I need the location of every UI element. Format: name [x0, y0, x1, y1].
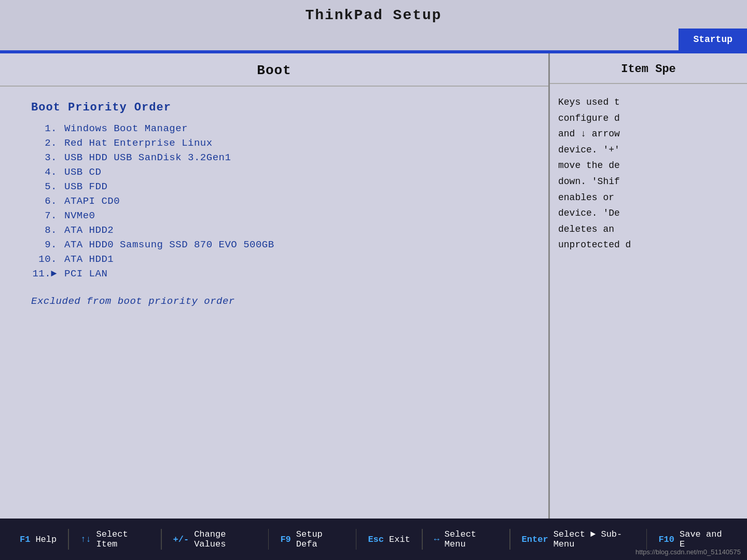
right-panel: Item Spe Keys used tconfigure dand ↓ arr…	[550, 53, 747, 519]
main-content: Boot Boot Priority Order 1.Windows Boot …	[0, 53, 747, 519]
key-f9-desc: Setup Defa	[296, 529, 344, 549]
excluded-section: Excluded from boot priority order	[31, 296, 528, 307]
spec-line: device. 'De	[558, 205, 739, 221]
spec-line: Keys used t	[558, 94, 739, 110]
key-arrows-item: ↑↓ Select Item	[71, 529, 159, 549]
spec-line: device. '+'	[558, 142, 739, 158]
key-esc-label: Esc	[368, 535, 384, 544]
left-panel: Boot Boot Priority Order 1.Windows Boot …	[0, 53, 550, 519]
spec-line: unprotected d	[558, 237, 739, 253]
tab-startup[interactable]: Startup	[679, 29, 747, 50]
divider7	[646, 529, 647, 550]
arrows-updown-icon: ↑↓	[80, 535, 91, 544]
boot-list-item[interactable]: 9.ATA HDD0 Samsung SSD 870 EVO 500GB	[31, 237, 528, 252]
boot-priority-title: Boot Priority Order	[31, 101, 528, 114]
key-plusminus: +/- Change Values	[164, 529, 266, 549]
boot-list-item[interactable]: 3.USB HDD USB SanDisk 3.2Gen1	[31, 150, 528, 165]
key-esc: Esc Exit	[358, 535, 419, 544]
key-f1: F1 Help	[10, 535, 66, 544]
boot-list-item[interactable]: 2.Red Hat Enterprise Linux	[31, 136, 528, 150]
tab-bar: Startup	[0, 29, 747, 50]
spec-line: down. 'Shif	[558, 174, 739, 190]
divider3	[268, 529, 269, 550]
boot-list-item[interactable]: 11.►PCI LAN	[31, 267, 528, 281]
divider4	[356, 529, 357, 550]
key-f10: F10 Save and E	[649, 529, 737, 549]
key-f10-label: F10	[658, 535, 674, 544]
spec-line: deletes an	[558, 221, 739, 237]
boot-list-item[interactable]: 5.USB FDD	[31, 179, 528, 194]
key-select-menu-desc: Select Menu	[445, 529, 498, 549]
key-esc-desc: Exit	[389, 535, 410, 544]
arrows-leftright-icon: ↔	[434, 535, 439, 544]
watermark: https://blog.csdn.net/m0_51140575	[635, 548, 741, 556]
boot-list-item[interactable]: 10.ATA HDD1	[31, 252, 528, 267]
key-f1-label: F1	[20, 535, 30, 544]
key-f9: F9 Setup Defa	[271, 529, 353, 549]
key-select-item-desc: Select Item	[96, 529, 149, 549]
divider5	[422, 529, 423, 550]
divider1	[68, 529, 69, 550]
item-spec-content: Keys used tconfigure dand ↓ arrowdevice.…	[550, 84, 747, 263]
boot-list-item[interactable]: 8.ATA HDD2	[31, 223, 528, 237]
spec-line: and ↓ arrow	[558, 126, 739, 142]
page-title: ThinkPad Setup	[0, 0, 747, 29]
boot-list-item[interactable]: 6.ATAPI CD0	[31, 194, 528, 208]
key-f10-desc: Save and E	[680, 529, 727, 549]
boot-list-item[interactable]: 4.USB CD	[31, 165, 528, 179]
divider2	[161, 529, 162, 550]
key-arrows-menu: ↔ Select Menu	[425, 529, 507, 549]
divider6	[509, 529, 510, 550]
boot-header: Boot	[0, 53, 548, 87]
key-f1-desc: Help	[35, 535, 57, 544]
enter-icon: Enter	[522, 535, 548, 544]
key-enter-desc: Select ► Sub-Menu	[554, 529, 635, 549]
plusminus-icon: +/-	[173, 535, 189, 544]
boot-content: Boot Priority Order 1.Windows Boot Manag…	[0, 87, 548, 519]
spec-line: enables or	[558, 190, 739, 206]
key-enter: Enter Select ► Sub-Menu	[513, 529, 644, 549]
boot-list-item[interactable]: 1.Windows Boot Manager	[31, 121, 528, 136]
key-f9-label: F9	[280, 535, 290, 544]
item-spec-header: Item Spe	[550, 53, 747, 84]
boot-list: 1.Windows Boot Manager2.Red Hat Enterpri…	[31, 121, 528, 281]
spec-line: configure d	[558, 110, 739, 127]
spec-line: move the de	[558, 158, 739, 174]
key-change-values-desc: Change Values	[194, 529, 256, 549]
boot-list-item[interactable]: 7.NVMe0	[31, 208, 528, 223]
